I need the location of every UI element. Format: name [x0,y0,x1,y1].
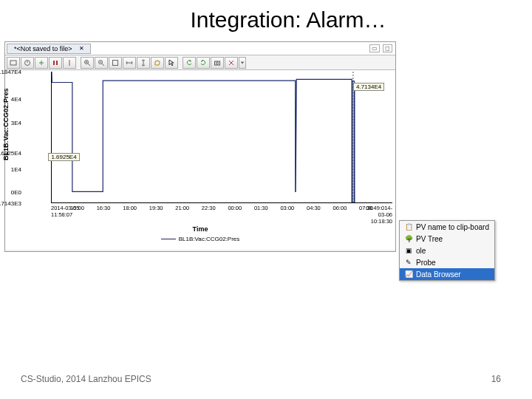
config-icon[interactable] [7,57,20,69]
x-tick: 04:30 [307,205,321,211]
x-tick: 21:00 [175,205,189,211]
delete-icon[interactable] [225,57,238,69]
x-axis-label: Time [5,225,395,233]
ctx-item-label: Data Browser [416,270,461,279]
x-tick: 08:49:014-03-0610:18:30 [366,205,392,225]
databrowser-window: *<Not saved to file> ✕ ▭ ◻ BL1B:Vac:CCG0… [4,41,396,252]
x-tick: 19:30 [149,205,163,211]
zoom-in-icon[interactable] [81,57,94,69]
value-callout: 4.7134E4 [353,83,384,91]
context-menu: 📋PV name to clip-board🌳PV Tree▣ole✎Probe… [399,220,495,281]
svg-rect-5 [53,61,55,65]
probe-icon: ✎ [404,258,413,267]
y-tick: 3E4 [11,119,21,126]
vline1-icon[interactable] [63,57,76,69]
slide-page-number: 16 [491,374,501,384]
window-controls: ▭ ◻ [369,44,395,52]
ctx-item-probe[interactable]: ✎Probe [400,256,494,268]
snapshot-icon[interactable] [211,57,224,69]
chart-icon: 📈 [404,270,413,279]
ctx-item-ole[interactable]: ▣ole [400,245,494,256]
trace-line [52,72,355,202]
y-tick: 5.1847E4 [0,69,21,75]
x-tick: 06:00 [333,205,347,211]
svg-rect-6 [56,61,58,65]
add-icon[interactable] [35,57,48,69]
ctx-item-label: PV name to clip-board [416,223,489,231]
maximize-button[interactable]: ◻ [383,44,392,52]
pointer-icon[interactable] [165,57,178,69]
pause-icon[interactable] [49,57,62,69]
ctx-item-pv-name-to-clip-board[interactable]: 📋PV name to clip-board [400,221,494,233]
x-tick: 00:00 [228,205,242,211]
svg-point-20 [216,62,219,64]
zoom-x-icon[interactable] [123,57,136,69]
dropdown-icon[interactable] [239,57,246,69]
toolbar [5,55,395,70]
tab-bar: *<Not saved to file> ✕ ▭ ◻ [5,42,395,55]
y-tick: 1E4 [11,166,21,172]
slide-title: Integration: Alarm… [0,7,532,33]
ctx-item-label: PV Tree [416,235,443,243]
legend-label: BL1B:Vac:CCG02:Pres [179,236,240,242]
redo-icon[interactable] [197,57,210,69]
chart-canvas[interactable]: 4.7134E41.6925E4 [51,72,392,203]
svg-line-9 [88,64,90,66]
legend: BL1B:Vac:CCG02:Pres [5,236,395,242]
x-tick: 03:00 [280,205,294,211]
x-tick-labels: 2014-03-0511:58:0715:0016:3018:0019:3021… [51,205,392,225]
plot-area: BL1B:Vac:CCG02:Pres 5.1847E44E43E41.6925… [5,70,395,250]
x-tick: 22:30 [202,205,216,211]
y-tick: -4.7143E3 [0,200,21,207]
y-tick: 4E4 [11,96,21,103]
svg-marker-18 [169,60,174,66]
console-icon: ▣ [404,246,413,255]
clipboard-icon: 📋 [404,222,413,231]
x-tick: 18:00 [123,205,137,211]
svg-marker-23 [241,61,245,64]
zoom-out-icon[interactable] [95,57,108,69]
tab-unsaved[interactable]: *<Not saved to file> ✕ [7,44,91,54]
x-tick: 15:00 [70,205,84,211]
tree-icon: 🌳 [404,234,413,243]
ctx-item-label: Probe [416,259,436,267]
ctx-item-label: ole [416,247,426,255]
value-callout: 1.6925E4 [48,153,79,161]
x-tick: 16:30 [97,205,111,211]
minimize-button[interactable]: ▭ [369,44,380,52]
hand-icon[interactable] [151,57,164,69]
timer-icon[interactable] [21,57,34,69]
y-tick: 1.6925E4 [0,149,21,156]
svg-rect-0 [10,61,16,65]
tab-label: *<Not saved to file> [14,45,72,52]
x-tick: 01:30 [254,205,268,211]
zoom-fit-icon[interactable] [109,57,122,69]
y-tick: 0E0 [11,189,21,196]
zoom-y-icon[interactable] [137,57,150,69]
ctx-item-pv-tree[interactable]: 🌳PV Tree [400,233,494,245]
ctx-item-data-browser[interactable]: 📈Data Browser [400,268,494,280]
undo-icon[interactable] [183,57,196,69]
legend-line-icon [161,239,176,239]
svg-line-13 [102,64,104,66]
tab-close-icon[interactable]: ✕ [78,45,86,52]
svg-rect-15 [113,60,118,65]
slide-footer-left: CS-Studio, 2014 Lanzhou EPICS [21,374,151,384]
